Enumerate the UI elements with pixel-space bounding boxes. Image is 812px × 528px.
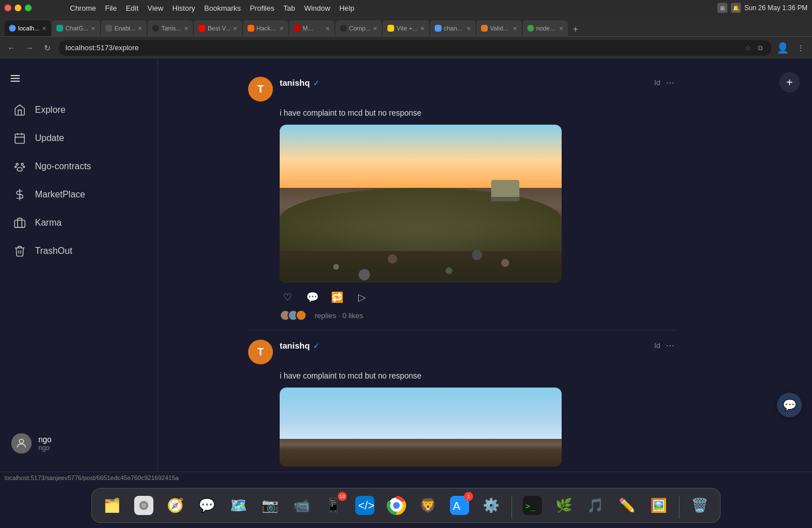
menu-window[interactable]: Window: [299, 3, 334, 14]
dock-spotify[interactable]: 🎵: [582, 492, 609, 519]
svg-rect-12: [15, 220, 25, 227]
post-header-2: T tanishq ✓ Id ···: [248, 340, 677, 364]
tab-close-5[interactable]: ✕: [279, 25, 284, 32]
chat-button[interactable]: 💬: [777, 393, 802, 417]
menu-history[interactable]: History: [168, 3, 200, 14]
dock-vscode[interactable]: </>: [351, 492, 378, 519]
dock-trash[interactable]: 🗑️: [686, 492, 713, 519]
comment-button-1[interactable]: 💬: [304, 289, 320, 305]
tab-1[interactable]: ChatG... ✕: [52, 20, 100, 36]
dock-facetime[interactable]: 📹: [288, 492, 315, 519]
sidebar-item-marketplace[interactable]: MarketPlace: [5, 181, 153, 209]
tab-close-2[interactable]: ✕: [138, 25, 142, 32]
tab-10[interactable]: Valid... ✕: [476, 20, 522, 36]
forward-button[interactable]: →: [23, 41, 36, 55]
svg-point-13: [19, 439, 23, 443]
sidebar-item-ngo-contracts[interactable]: Ngo-contracts: [5, 152, 153, 181]
sidebar-item-trashout[interactable]: TrashOut: [5, 237, 153, 265]
compose-button[interactable]: +: [779, 72, 800, 93]
tab-8[interactable]: Vite +... ✕: [383, 20, 429, 36]
repost-button-1[interactable]: 🔁: [329, 289, 345, 305]
dock-chrome[interactable]: [383, 492, 410, 519]
dock-whatsapp[interactable]: 📱 19: [320, 492, 347, 519]
tab-close-4[interactable]: ✕: [233, 25, 237, 32]
menu-profiles[interactable]: Profiles: [245, 3, 279, 14]
dock-textedit[interactable]: ✏️: [614, 492, 641, 519]
tab-label-6: M...: [303, 25, 323, 32]
tab-close-1[interactable]: ✕: [91, 25, 95, 32]
dock-preview[interactable]: 🖼️: [645, 492, 672, 519]
star-icon[interactable]: ☆: [743, 43, 752, 52]
notification-icon[interactable]: 🔔: [731, 3, 741, 13]
tab-5[interactable]: Hack... ✕: [243, 20, 288, 36]
tab-label-3: Tanis...: [161, 25, 182, 32]
sidebar-user[interactable]: ngo ngo: [0, 424, 157, 463]
sidebar-nav: Explore Update: [0, 96, 157, 424]
image-vehicle: [491, 180, 519, 197]
sidebar-item-update[interactable]: Update: [5, 124, 153, 152]
dock-appstore[interactable]: A 1: [446, 492, 473, 519]
menu-bookmarks[interactable]: Bookmarks: [200, 3, 245, 14]
menu-chrome[interactable]: Chrome: [65, 3, 100, 14]
dock-safari[interactable]: 🧭: [162, 492, 189, 519]
tab-2[interactable]: Enabl... ✕: [101, 20, 147, 36]
dock-mongodb[interactable]: 🌿: [550, 492, 577, 519]
dock-maps[interactable]: 🗺️: [225, 492, 252, 519]
menu-edit[interactable]: Edit: [121, 3, 143, 14]
post-id-label-2: Id: [654, 341, 660, 350]
reload-button[interactable]: ↻: [41, 41, 54, 55]
tab-close-9[interactable]: ✕: [466, 25, 471, 32]
post-author-row-2: tanishq ✓ Id ···: [280, 340, 677, 351]
tab-close-0[interactable]: ✕: [42, 25, 46, 32]
tab-close-3[interactable]: ✕: [184, 25, 188, 32]
trash-icon: [14, 245, 26, 257]
dock-launchpad[interactable]: [130, 492, 157, 519]
dock-brave[interactable]: 🦁: [414, 492, 442, 519]
dock-terminal[interactable]: >_: [519, 492, 546, 519]
tab-9[interactable]: chan... ✕: [430, 20, 475, 36]
post-more-button-2[interactable]: ···: [664, 340, 677, 351]
menu-tab[interactable]: Tab: [279, 3, 299, 14]
back-button[interactable]: ←: [5, 41, 18, 55]
status-url: localhost:5173/sanjeev5776/post/6651edc4…: [5, 474, 179, 481]
dock-photos[interactable]: 📷: [257, 492, 284, 519]
close-button[interactable]: [5, 5, 11, 11]
tab-close-6[interactable]: ✕: [325, 25, 330, 32]
extension-icon[interactable]: ⧉: [756, 43, 765, 52]
tab-close-10[interactable]: ✕: [513, 25, 517, 32]
tab-11[interactable]: node... ✕: [523, 20, 568, 36]
tab-label-7: Comp...: [349, 25, 371, 32]
more-options-icon[interactable]: ⋮: [794, 41, 807, 55]
appstore-badge: 1: [464, 492, 473, 501]
briefcase-icon: [14, 217, 26, 229]
menu-file[interactable]: File: [100, 3, 121, 14]
menu-view[interactable]: View: [143, 3, 168, 14]
post-more-button-1[interactable]: ···: [664, 77, 677, 89]
minimize-button[interactable]: [15, 5, 21, 11]
tab-0[interactable]: localh... ✕: [5, 20, 51, 36]
tab-label-1: ChatG...: [65, 25, 89, 32]
post-body-1: i have complaint to mcd but no response …: [248, 107, 677, 321]
sidebar-item-karma[interactable]: Karma: [5, 209, 153, 237]
dock-finder[interactable]: 🗂️: [99, 492, 126, 519]
tab-close-8[interactable]: ✕: [420, 25, 425, 32]
tab-3[interactable]: Tanis... ✕: [148, 20, 193, 36]
control-center-icon[interactable]: ⊞: [717, 3, 727, 13]
tab-6[interactable]: M... ✕: [289, 20, 334, 36]
tab-close-11[interactable]: ✕: [559, 25, 563, 32]
dock-systemprefs[interactable]: ⚙️: [478, 492, 505, 519]
like-button-1[interactable]: ♡: [280, 289, 295, 305]
share-button-1[interactable]: ▷: [354, 289, 370, 305]
profile-icon[interactable]: 👤: [776, 41, 789, 55]
dock-messages[interactable]: 💬: [193, 492, 220, 519]
tab-4[interactable]: Best V... ✕: [194, 20, 242, 36]
sidebar-item-explore[interactable]: Explore: [5, 96, 153, 124]
tab-close-7[interactable]: ✕: [373, 25, 377, 32]
maximize-button[interactable]: [25, 5, 32, 11]
address-bar[interactable]: localhost:5173/explore ☆ ⧉: [59, 40, 771, 56]
hamburger-menu[interactable]: [0, 68, 157, 96]
menu-help[interactable]: Help: [335, 3, 359, 14]
new-tab-button[interactable]: +: [569, 23, 582, 36]
status-bar: localhost:5173/sanjeev5776/post/6651edc4…: [0, 472, 812, 483]
tab-7[interactable]: Comp... ✕: [336, 20, 382, 36]
